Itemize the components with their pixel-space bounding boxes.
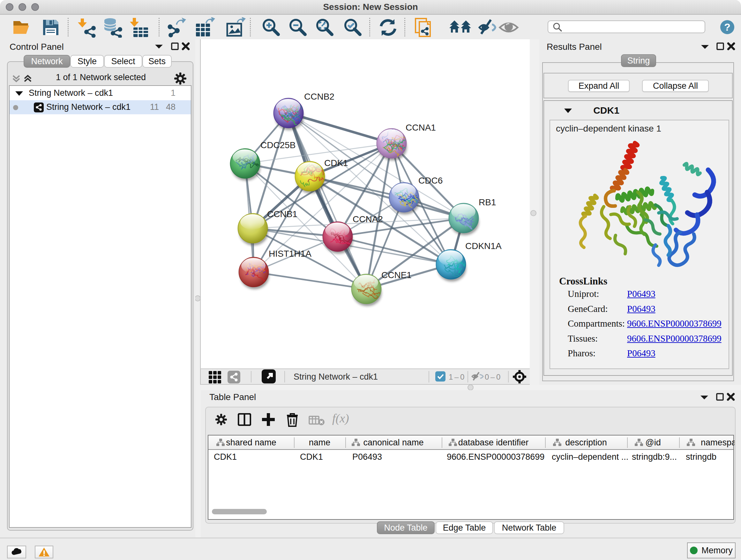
- svg-text:CCNA1: CCNA1: [406, 123, 436, 132]
- svg-text:CCNA2: CCNA2: [353, 214, 383, 224]
- svg-text:?: ?: [724, 21, 731, 33]
- svg-text:CDC25B: CDC25B: [260, 140, 295, 150]
- svg-text:HIST1H1A: HIST1H1A: [269, 249, 312, 259]
- svg-text:CDK1: CDK1: [324, 158, 348, 168]
- svg-text:CCNB1: CCNB1: [267, 209, 297, 219]
- svg-text:CDKN1A: CDKN1A: [465, 241, 502, 251]
- svg-text:CCNE1: CCNE1: [381, 270, 412, 280]
- svg-text:CDC6: CDC6: [418, 176, 443, 186]
- svg-text:RB1: RB1: [479, 197, 496, 207]
- svg-text:CCNB2: CCNB2: [304, 91, 334, 102]
